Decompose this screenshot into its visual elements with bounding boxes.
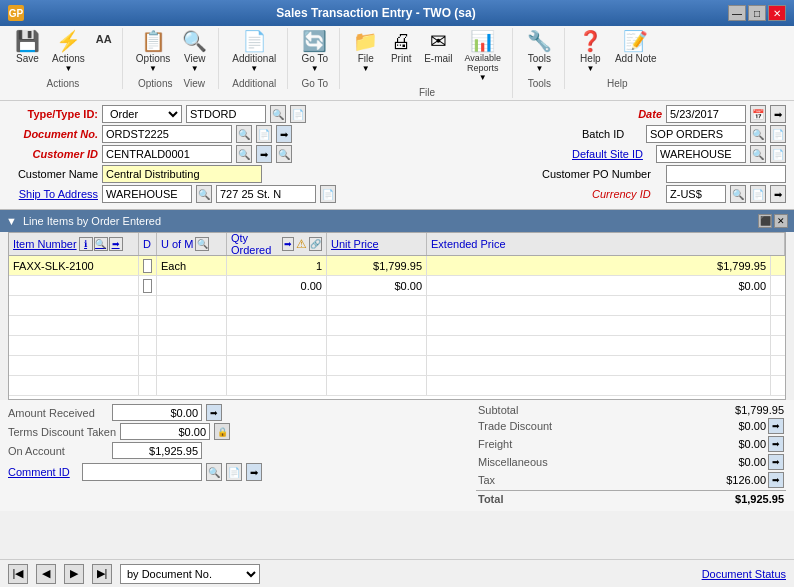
defaultsite-doc-btn[interactable]: 📄 bbox=[770, 145, 786, 163]
cell-d-2[interactable] bbox=[139, 276, 157, 295]
tools-button[interactable]: 🔧 Tools ▼ bbox=[522, 28, 557, 76]
currencyid-doc2-btn[interactable]: ➡ bbox=[770, 185, 786, 203]
cell-item-2[interactable] bbox=[9, 276, 139, 295]
terms-discount-arrow[interactable]: 🔒 bbox=[214, 423, 230, 440]
col-header-price[interactable]: Unit Price bbox=[327, 233, 427, 255]
cell-price-7[interactable] bbox=[327, 376, 427, 395]
docno-lookup-btn[interactable]: 🔍 bbox=[236, 125, 252, 143]
comment-id-label[interactable]: Comment ID bbox=[8, 466, 78, 478]
cell-qty-5[interactable] bbox=[227, 336, 327, 355]
comment-lookup-btn[interactable]: 🔍 bbox=[206, 463, 222, 481]
grid-sort-btn[interactable]: ⬛ bbox=[758, 214, 772, 228]
maximize-button[interactable]: □ bbox=[748, 5, 766, 21]
currencyid-lookup-btn[interactable]: 🔍 bbox=[730, 185, 746, 203]
cell-d-3[interactable] bbox=[139, 296, 157, 315]
cell-d-5[interactable] bbox=[139, 336, 157, 355]
type-select[interactable]: Order bbox=[102, 105, 182, 123]
shipto-addr-btn[interactable]: 📄 bbox=[320, 185, 336, 203]
shipto-lookup-btn[interactable]: 🔍 bbox=[196, 185, 212, 203]
cell-price-4[interactable] bbox=[327, 316, 427, 335]
misc-arrow[interactable]: ➡ bbox=[768, 454, 784, 470]
batchid-input[interactable] bbox=[646, 125, 746, 143]
cell-price-5[interactable] bbox=[327, 336, 427, 355]
nav-next-btn[interactable]: ▶ bbox=[64, 564, 84, 584]
col-qty-arrow[interactable]: ➡ bbox=[282, 237, 294, 251]
date-calendar-btn[interactable]: 📅 bbox=[750, 105, 766, 123]
col-qty-link[interactable]: 🔗 bbox=[309, 237, 322, 251]
col-uom-search[interactable]: 🔍 bbox=[195, 237, 209, 251]
nav-first-btn[interactable]: |◀ bbox=[8, 564, 28, 584]
aa-button[interactable]: AA bbox=[92, 28, 116, 48]
currencyid-doc1-btn[interactable]: 📄 bbox=[750, 185, 766, 203]
additional-button[interactable]: 📄 Additional ▼ bbox=[227, 28, 281, 76]
comment-arrow-btn[interactable]: ➡ bbox=[246, 463, 262, 481]
cell-qty-7[interactable] bbox=[227, 376, 327, 395]
date-arrow-btn[interactable]: ➡ bbox=[770, 105, 786, 123]
cell-qty-4[interactable] bbox=[227, 316, 327, 335]
customerid-expand-btn[interactable]: 🔍 bbox=[276, 145, 292, 163]
options-button[interactable]: 📋 Options ▼ bbox=[131, 28, 175, 76]
comment-doc-btn[interactable]: 📄 bbox=[226, 463, 242, 481]
docno-input[interactable] bbox=[102, 125, 232, 143]
cell-qty-3[interactable] bbox=[227, 296, 327, 315]
customerid-arrow-btn[interactable]: ➡ bbox=[256, 145, 272, 163]
cell-qty-1[interactable]: 1 bbox=[227, 256, 327, 275]
cell-d-7[interactable] bbox=[139, 376, 157, 395]
customerid-input[interactable] bbox=[102, 145, 232, 163]
file-button[interactable]: 📁 File ▼ bbox=[348, 28, 383, 76]
custpo-input[interactable] bbox=[666, 165, 786, 183]
checkbox-2[interactable] bbox=[143, 279, 152, 293]
checkbox-1[interactable] bbox=[143, 259, 152, 273]
tax-arrow[interactable]: ➡ bbox=[768, 472, 784, 488]
cell-price-3[interactable] bbox=[327, 296, 427, 315]
help-button[interactable]: ❓ Help ▼ bbox=[573, 28, 608, 76]
nav-prev-btn[interactable]: ◀ bbox=[36, 564, 56, 584]
shipto-addr-input[interactable] bbox=[216, 185, 316, 203]
reports-button[interactable]: 📊 AvailableReports ▼ bbox=[460, 28, 506, 85]
cell-qty-6[interactable] bbox=[227, 356, 327, 375]
cell-d-6[interactable] bbox=[139, 356, 157, 375]
cell-price-1[interactable]: $1,799.95 bbox=[327, 256, 427, 275]
date-input[interactable] bbox=[666, 105, 746, 123]
grid-collapse-btn[interactable]: ▼ bbox=[6, 215, 17, 227]
nav-last-btn[interactable]: ▶| bbox=[92, 564, 112, 584]
view-button[interactable]: 🔍 View ▼ bbox=[177, 28, 212, 76]
print-button[interactable]: 🖨 Print bbox=[385, 28, 417, 67]
docno-expand-btn[interactable]: 📄 bbox=[256, 125, 272, 143]
col-search-btn[interactable]: 🔍 bbox=[94, 237, 108, 251]
col-arrow-btn[interactable]: ➡ bbox=[109, 237, 123, 251]
cell-d-1[interactable] bbox=[139, 256, 157, 275]
email-button[interactable]: ✉ E-mail bbox=[419, 28, 457, 67]
doc-status-link[interactable]: Document Status bbox=[702, 568, 786, 580]
cell-item-3[interactable] bbox=[9, 296, 139, 315]
amount-received-arrow[interactable]: ➡ bbox=[206, 404, 222, 421]
col-header-item[interactable]: Item Number ℹ 🔍 ➡ bbox=[9, 233, 139, 255]
shipto-input[interactable] bbox=[102, 185, 192, 203]
batchid-doc-btn[interactable]: 📄 bbox=[770, 125, 786, 143]
type-lookup-btn[interactable]: 🔍 bbox=[270, 105, 286, 123]
cell-price-2[interactable]: $0.00 bbox=[327, 276, 427, 295]
cell-item-7[interactable] bbox=[9, 376, 139, 395]
cell-item-5[interactable] bbox=[9, 336, 139, 355]
trade-discount-arrow[interactable]: ➡ bbox=[768, 418, 784, 434]
defaultsite-label[interactable]: Default Site ID bbox=[572, 148, 652, 160]
defaultsite-input[interactable] bbox=[656, 145, 746, 163]
customername-input[interactable] bbox=[102, 165, 262, 183]
cell-item-6[interactable] bbox=[9, 356, 139, 375]
actions-button[interactable]: ⚡ Actions ▼ bbox=[47, 28, 90, 76]
type-doc-btn[interactable]: 📄 bbox=[290, 105, 306, 123]
grid-filter-btn[interactable]: ✕ bbox=[774, 214, 788, 228]
shipto-label[interactable]: Ship To Address bbox=[8, 188, 98, 200]
goto-button[interactable]: 🔄 Go To ▼ bbox=[296, 28, 333, 76]
defaultsite-lookup-btn[interactable]: 🔍 bbox=[750, 145, 766, 163]
docno-arrow-btn[interactable]: ➡ bbox=[276, 125, 292, 143]
comment-id-input[interactable] bbox=[82, 463, 202, 481]
type-id-input[interactable] bbox=[186, 105, 266, 123]
customerid-lookup-btn[interactable]: 🔍 bbox=[236, 145, 252, 163]
cell-d-4[interactable] bbox=[139, 316, 157, 335]
save-button[interactable]: 💾 Save bbox=[10, 28, 45, 67]
freight-arrow[interactable]: ➡ bbox=[768, 436, 784, 452]
cell-item-4[interactable] bbox=[9, 316, 139, 335]
cell-price-6[interactable] bbox=[327, 356, 427, 375]
addnote-button[interactable]: 📝 Add Note bbox=[610, 28, 662, 67]
